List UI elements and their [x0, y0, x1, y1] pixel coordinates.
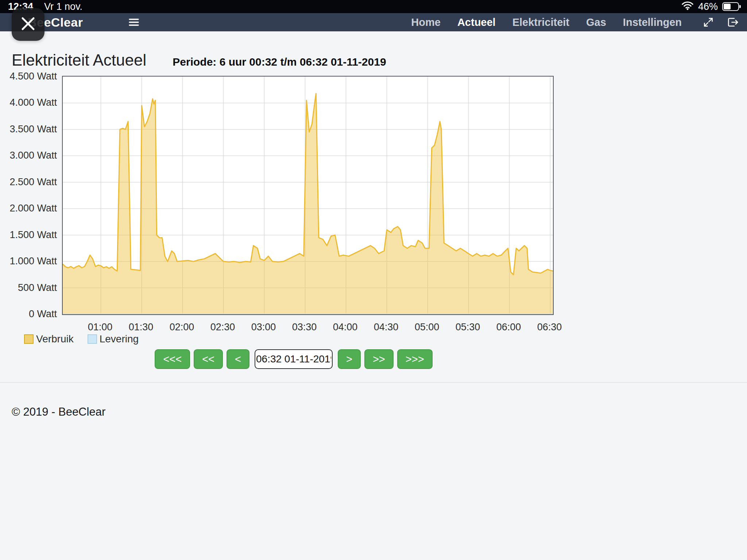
- nav-item-elektriciteit[interactable]: Elektriciteit: [504, 13, 578, 31]
- period-controls: <<< << < > >> >>>: [0, 349, 587, 369]
- x-axis-label: 02:00: [162, 322, 202, 333]
- forward-2-button[interactable]: >>: [364, 349, 394, 369]
- nav-item-actueel[interactable]: Actueel: [449, 13, 504, 31]
- x-axis-label: 05:30: [448, 322, 488, 333]
- y-axis-label: 1.000 Watt: [0, 256, 57, 267]
- nav-item-gas[interactable]: Gas: [578, 13, 615, 31]
- forward-3-button[interactable]: >>>: [397, 349, 433, 369]
- chart-plot: [62, 76, 554, 315]
- logout-icon[interactable]: [727, 16, 739, 28]
- nav-item-home[interactable]: Home: [403, 13, 449, 31]
- back-1-button[interactable]: <: [227, 349, 249, 369]
- status-date: Vr 1 nov.: [44, 1, 82, 12]
- x-axis-label: 01:30: [121, 322, 162, 333]
- chart-legend: VerbruikLevering: [24, 333, 139, 345]
- legend-swatch: [24, 334, 34, 344]
- wifi-icon: [681, 0, 694, 13]
- nav-item-instellingen[interactable]: Instellingen: [615, 13, 690, 31]
- page-title: Elektriciteit Actueel: [12, 51, 146, 69]
- status-bar: 12:34 Vr 1 nov. 46%: [0, 0, 747, 13]
- legend-label: Levering: [100, 333, 139, 345]
- y-axis-label: 4.500 Watt: [0, 71, 57, 82]
- y-axis-label: 3.500 Watt: [0, 124, 57, 135]
- chart-canvas: [63, 77, 553, 314]
- period-label: Periode: 6 uur 00:32 t/m 06:32 01-11-201…: [173, 56, 386, 68]
- date-input[interactable]: [255, 349, 333, 369]
- legend-item-levering: Levering: [88, 333, 139, 345]
- back-2-button[interactable]: <<: [194, 349, 223, 369]
- footer-copyright: © 2019 - BeeClear: [12, 405, 747, 419]
- y-axis-label: 500 Watt: [0, 282, 57, 293]
- close-button[interactable]: [12, 8, 44, 41]
- fullscreen-icon[interactable]: [703, 16, 714, 28]
- x-axis-label: 05:00: [407, 322, 448, 333]
- legend-item-verbruik: Verbruik: [24, 333, 74, 345]
- y-axis-label: 2.500 Watt: [0, 176, 57, 187]
- battery-percent: 46%: [698, 1, 718, 12]
- x-axis-label: 03:30: [284, 322, 325, 333]
- x-axis-label: 06:30: [529, 322, 570, 333]
- x-axis-label: 01:00: [80, 322, 121, 333]
- x-axis-label: 02:30: [202, 322, 243, 333]
- y-axis-label: 2.000 Watt: [0, 203, 57, 214]
- x-axis-label: 04:30: [366, 322, 407, 333]
- y-axis-label: 3.000 Watt: [0, 150, 57, 161]
- navbar: BeeClear HomeActueelElektriciteitGasInst…: [0, 13, 747, 31]
- close-icon: [20, 15, 36, 34]
- y-axis-label: 0 Watt: [0, 308, 57, 319]
- battery-icon: [722, 2, 739, 11]
- legend-label: Verbruik: [36, 333, 74, 345]
- y-axis-label: 4.000 Watt: [0, 97, 57, 108]
- chart-area: VerbruikLevering 4.500 Watt4.000 Watt3.5…: [0, 76, 747, 346]
- forward-1-button[interactable]: >: [338, 349, 361, 369]
- title-row: Elektriciteit Actueel Periode: 6 uur 00:…: [12, 51, 747, 69]
- y-axis-label: 1.500 Watt: [0, 229, 57, 240]
- x-axis-label: 04:00: [325, 322, 366, 333]
- footer-divider: [0, 382, 747, 383]
- battery-fill: [724, 4, 731, 9]
- back-3-button[interactable]: <<<: [155, 349, 190, 369]
- hamburger-menu-icon[interactable]: [128, 13, 139, 31]
- legend-swatch: [88, 334, 97, 344]
- x-axis-label: 03:00: [243, 322, 284, 333]
- x-axis-label: 06:00: [488, 322, 529, 333]
